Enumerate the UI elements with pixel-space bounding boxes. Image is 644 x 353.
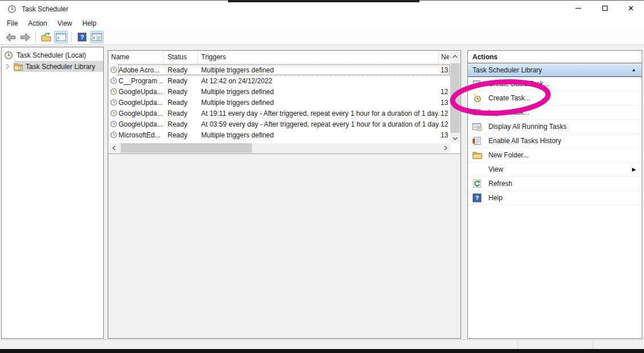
action-item-label: Help — [488, 194, 503, 202]
scroll-up-icon[interactable] — [450, 52, 460, 61]
menu-item-view[interactable]: View — [52, 18, 78, 29]
maximize-button[interactable] — [592, 0, 618, 17]
toolbar-button-help-icon[interactable]: ? — [75, 31, 89, 43]
status-bar-separator — [517, 340, 518, 349]
cell-status: Ready — [164, 109, 198, 117]
import-task-icon — [472, 108, 483, 117]
action-item-enable-all-tasks-history[interactable]: Enable All Tasks History — [468, 134, 642, 148]
action-item-help[interactable]: ?Help — [468, 191, 642, 205]
status-bar — [0, 339, 644, 349]
cell-triggers: Multiple triggers defined — [198, 99, 439, 107]
table-row[interactable]: C__Program ...ReadyAt 12:42 on 24/12/202… — [108, 75, 450, 86]
tree-item-task-scheduler-local[interactable]: Task Scheduler (Local) — [2, 50, 103, 60]
submenu-arrow-icon: ▶ — [632, 167, 636, 172]
vertical-scrollbar-thumb[interactable] — [450, 63, 460, 133]
task-scheduler-window: Task Scheduler ✕ FileActionViewHelp ? Ta… — [0, 0, 644, 353]
toolbar-button-console-tree-icon[interactable] — [54, 31, 68, 43]
task-clock-icon — [108, 99, 119, 106]
enable-history-icon — [472, 136, 483, 145]
table-row[interactable]: Adobe Acro...ReadyMultiple triggers defi… — [108, 64, 450, 75]
minimize-icon — [576, 8, 581, 9]
tree-item-task-scheduler-library[interactable]: Task Scheduler Library — [2, 61, 103, 72]
cell-next: 12 — [439, 109, 448, 117]
cell-triggers: At 19:11 every day - After triggered, re… — [198, 109, 439, 117]
toolbar: ? — [0, 30, 644, 45]
chevron-right-icon[interactable] — [6, 63, 10, 70]
cell-name: GoogleUpda... — [119, 88, 164, 96]
svg-text:?: ? — [80, 34, 84, 40]
action-item-label: Create Basic Task... — [488, 80, 549, 88]
toolbar-button-forward-arrow-icon[interactable] — [18, 31, 32, 43]
toolbar-button-action-pane-icon[interactable] — [90, 31, 104, 43]
scroll-right-icon[interactable] — [441, 143, 450, 153]
action-item-display-all-running-tasks[interactable]: Display All Running Tasks — [468, 120, 642, 134]
cell-name: GoogleUpda... — [119, 109, 164, 117]
action-item-view[interactable]: View▶ — [468, 163, 642, 177]
action-item-create-basic-task[interactable]: Create Basic Task... — [468, 77, 642, 91]
horizontal-scrollbar-thumb[interactable] — [121, 143, 252, 153]
cell-triggers: At 03:59 every day - After triggered, re… — [198, 120, 439, 128]
cell-next: 13 — [439, 99, 448, 107]
app-clock-icon — [7, 5, 17, 14]
task-list-rows: Adobe Acro...ReadyMultiple triggers defi… — [108, 64, 450, 140]
actions-pane-title: Actions — [468, 51, 642, 63]
toolbar-separator — [71, 32, 72, 42]
table-row[interactable]: GoogleUpda...ReadyAt 03:59 every day - A… — [108, 119, 450, 129]
menu-item-help[interactable]: Help — [78, 18, 102, 29]
close-button[interactable]: ✕ — [618, 0, 644, 17]
table-row[interactable]: GoogleUpda...ReadyMultiple triggers defi… — [108, 86, 450, 97]
menu-bar: FileActionViewHelp — [0, 17, 644, 30]
action-item-create-task[interactable]: Create Task... — [468, 91, 642, 106]
toolbar-button-back-arrow-icon[interactable] — [3, 31, 17, 43]
title-bar: Task Scheduler — [0, 1, 644, 17]
table-row[interactable]: GoogleUpda...ReadyMultiple triggers defi… — [108, 97, 450, 108]
minimize-button[interactable] — [565, 0, 592, 17]
task-clock-icon — [108, 109, 119, 117]
vertical-scrollbar[interactable] — [450, 52, 460, 143]
cell-next: 12 — [439, 88, 448, 96]
cell-status: Ready — [164, 66, 198, 74]
table-row[interactable]: MicrosoftEd...ReadyMultiple triggers def… — [108, 129, 450, 140]
cell-name: Adobe Acro... — [119, 66, 164, 74]
cell-next: 12 — [439, 120, 448, 128]
collapse-arrow-icon[interactable]: ▲ — [631, 67, 636, 72]
cell-status: Ready — [164, 88, 198, 96]
preview-pane-empty — [108, 155, 460, 338]
task-clock-icon — [108, 120, 119, 128]
cell-triggers: Multiple triggers defined — [198, 131, 439, 139]
column-header-ne[interactable]: Ne — [439, 51, 449, 63]
task-clock-icon — [108, 66, 119, 74]
horizontal-scrollbar[interactable] — [109, 143, 450, 153]
folder-clock-icon — [14, 63, 23, 71]
scroll-left-icon[interactable] — [109, 143, 119, 153]
task-list-pane: NameStatusTriggersNe Adobe Acro...ReadyM… — [108, 50, 461, 339]
toolbar-button-folder-arrow-icon[interactable] — [39, 31, 53, 43]
window-controls: ✕ — [565, 0, 644, 17]
cell-triggers: At 12:42 on 24/12/2022 — [198, 77, 439, 85]
close-icon: ✕ — [628, 5, 634, 12]
create-task-icon — [472, 94, 483, 103]
menu-item-file[interactable]: File — [2, 18, 23, 29]
task-clock-icon — [108, 77, 119, 84]
cell-name: C__Program ... — [119, 77, 164, 85]
scroll-down-icon[interactable] — [450, 134, 460, 143]
svg-text:?: ? — [475, 194, 479, 201]
action-item-label: Import Task... — [488, 108, 529, 116]
cell-next: 13 — [439, 66, 448, 74]
column-header-name[interactable]: Name — [108, 51, 164, 63]
column-header-status[interactable]: Status — [164, 51, 198, 63]
cell-status: Ready — [164, 99, 198, 107]
action-item-import-task[interactable]: Import Task... — [468, 106, 642, 120]
menu-item-action[interactable]: Action — [23, 18, 52, 29]
tree-root-label: Task Scheduler (Local) — [17, 51, 86, 59]
action-item-refresh[interactable]: Refresh — [468, 177, 642, 191]
cell-name: GoogleUpda... — [119, 120, 164, 128]
tree-child-label: Task Scheduler Library — [26, 63, 95, 71]
actions-section-header[interactable]: Task Scheduler Library ▲ — [468, 63, 642, 77]
action-item-label: Refresh — [488, 180, 512, 188]
window-title: Task Scheduler — [22, 5, 68, 13]
column-header-triggers[interactable]: Triggers — [198, 51, 439, 63]
action-item-new-folder[interactable]: New Folder... — [468, 148, 642, 163]
table-row[interactable]: GoogleUpda...ReadyAt 19:11 every day - A… — [108, 108, 450, 119]
action-item-label: View — [488, 165, 503, 173]
